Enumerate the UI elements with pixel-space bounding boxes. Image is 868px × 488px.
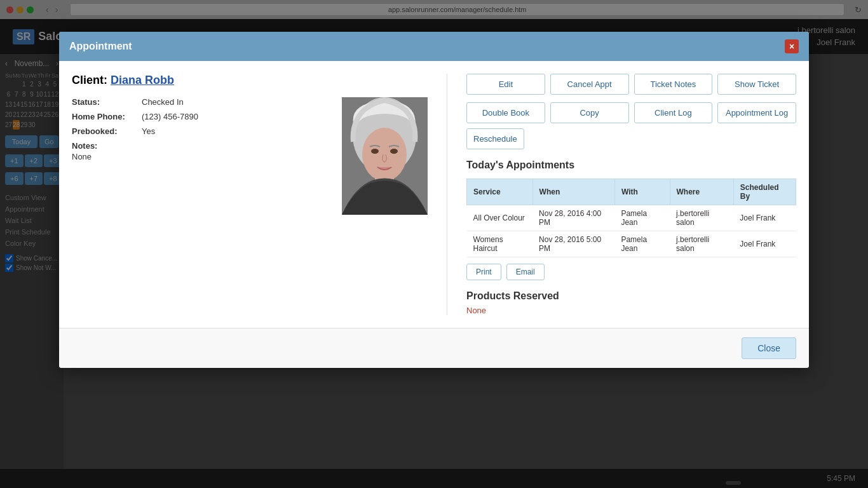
reschedule-button[interactable]: Reschedule bbox=[466, 128, 524, 149]
table-row[interactable]: All Over ColourNov 28, 2016 4:00 PMPamel… bbox=[467, 205, 796, 231]
appointment-log-button[interactable]: Appointment Log bbox=[717, 102, 796, 123]
client-log-button[interactable]: Client Log bbox=[634, 102, 713, 123]
cell-when: Nov 28, 2016 4:00 PM bbox=[532, 205, 614, 231]
cell-service: Womens Haircut bbox=[467, 231, 533, 257]
client-name-heading: Client: Diana Robb bbox=[72, 74, 428, 87]
modal-close-button[interactable]: × bbox=[785, 39, 799, 53]
appointments-table: Service When With Where Scheduled By All… bbox=[466, 179, 796, 257]
action-buttons-row1: Edit Cancel Appt Ticket Notes Show Ticke… bbox=[466, 74, 796, 95]
svg-point-6 bbox=[390, 149, 398, 154]
double-book-button[interactable]: Double Book bbox=[466, 102, 545, 123]
show-ticket-button[interactable]: Show Ticket bbox=[717, 74, 796, 95]
table-row[interactable]: Womens HaircutNov 28, 2016 5:00 PMPamela… bbox=[467, 231, 796, 257]
ticket-notes-button[interactable]: Ticket Notes bbox=[634, 74, 713, 95]
status-label: Status: bbox=[72, 97, 142, 107]
prebooked-row: Prebooked: Yes bbox=[72, 126, 332, 136]
products-section: Products Reserved None bbox=[466, 290, 796, 315]
action-buttons-row3: Reschedule bbox=[466, 128, 796, 149]
phone-label: Home Phone: bbox=[72, 112, 142, 121]
print-button[interactable]: Print bbox=[466, 264, 501, 280]
notes-label: Notes: bbox=[72, 141, 332, 151]
client-photo bbox=[342, 97, 428, 215]
phone-value: (123) 456-7890 bbox=[142, 112, 198, 121]
cancel-appt-button[interactable]: Cancel Appt bbox=[550, 74, 629, 95]
cell-when: Nov 28, 2016 5:00 PM bbox=[532, 231, 614, 257]
notes-value: None bbox=[72, 152, 332, 161]
prebooked-label: Prebooked: bbox=[72, 126, 142, 136]
modal-left-panel: Client: Diana Robb Status: Checked In Ho… bbox=[72, 74, 428, 315]
cell-with: Pamela Jean bbox=[614, 205, 670, 231]
close-button[interactable]: Close bbox=[742, 337, 796, 359]
client-details-row: Status: Checked In Home Phone: (123) 456… bbox=[72, 97, 428, 215]
products-none: None bbox=[466, 306, 796, 315]
edit-button[interactable]: Edit bbox=[466, 74, 545, 95]
cell-scheduled_by: Joel Frank bbox=[733, 205, 796, 231]
cell-with: Pamela Jean bbox=[614, 231, 670, 257]
email-button[interactable]: Email bbox=[506, 264, 545, 280]
todays-appointments-title: Today's Appointments bbox=[466, 159, 796, 171]
col-scheduled-by: Scheduled By bbox=[733, 179, 796, 205]
phone-row: Home Phone: (123) 456-7890 bbox=[72, 112, 332, 121]
client-name-link[interactable]: Diana Robb bbox=[111, 74, 174, 86]
appointments-table-header-row: Service When With Where Scheduled By bbox=[467, 179, 796, 205]
status-value: Checked In bbox=[142, 97, 184, 107]
appointments-tbody: All Over ColourNov 28, 2016 4:00 PMPamel… bbox=[467, 205, 796, 257]
cell-scheduled_by: Joel Frank bbox=[733, 231, 796, 257]
cell-where: j.bertorelli salon bbox=[670, 231, 733, 257]
copy-button[interactable]: Copy bbox=[550, 102, 629, 123]
svg-point-4 bbox=[362, 128, 407, 181]
modal-right-panel: Edit Cancel Appt Ticket Notes Show Ticke… bbox=[466, 74, 796, 315]
modal-header: Appointment × bbox=[59, 32, 809, 61]
modal-title: Appointment bbox=[69, 41, 132, 52]
cell-service: All Over Colour bbox=[467, 205, 533, 231]
prebooked-value: Yes bbox=[142, 126, 155, 136]
appointment-modal: Appointment × Client: Diana Robb Status:… bbox=[59, 32, 809, 368]
status-row: Status: Checked In bbox=[72, 97, 332, 107]
col-where: Where bbox=[670, 179, 733, 205]
modal-divider bbox=[447, 74, 447, 315]
notes-section: Notes: None bbox=[72, 141, 332, 161]
col-when: When bbox=[532, 179, 614, 205]
modal-footer: Close bbox=[59, 328, 809, 368]
client-photo-svg bbox=[342, 97, 428, 215]
svg-point-5 bbox=[371, 149, 379, 154]
col-service: Service bbox=[467, 179, 533, 205]
cell-where: j.bertorelli salon bbox=[670, 205, 733, 231]
modal-body: Client: Diana Robb Status: Checked In Ho… bbox=[59, 61, 809, 328]
action-buttons-row2: Double Book Copy Client Log Appointment … bbox=[466, 102, 796, 123]
products-title: Products Reserved bbox=[466, 290, 796, 302]
client-info-table: Status: Checked In Home Phone: (123) 456… bbox=[72, 97, 332, 161]
table-actions: Print Email bbox=[466, 264, 796, 280]
col-with: With bbox=[614, 179, 670, 205]
